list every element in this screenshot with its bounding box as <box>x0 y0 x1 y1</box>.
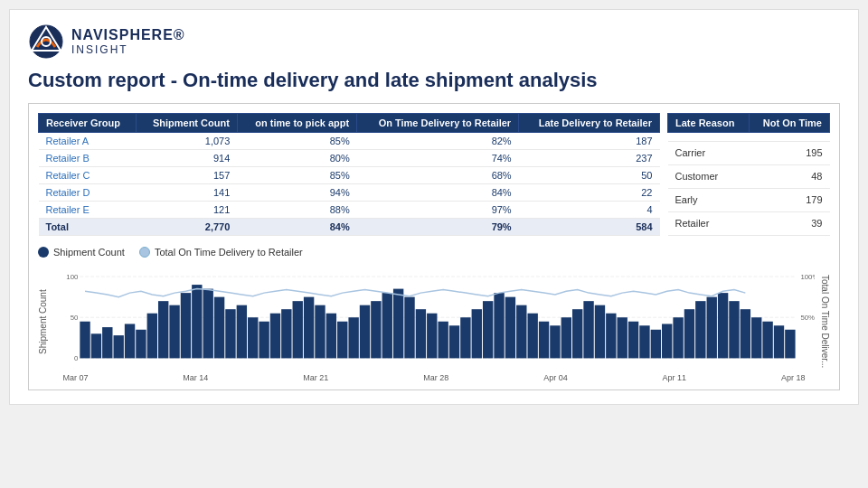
svg-rect-23 <box>226 309 236 358</box>
legend-item-otd: Total On Time Delivery to Retailer <box>139 247 303 258</box>
svg-rect-61 <box>651 330 661 359</box>
svg-rect-37 <box>382 293 392 358</box>
shipment-count: 141 <box>137 184 238 202</box>
svg-rect-11 <box>91 333 101 358</box>
svg-rect-66 <box>707 297 717 359</box>
table-row: Retailer C 157 85% 68% 50 <box>39 167 660 184</box>
table-row: Retailer D 141 94% 84% 22 <box>39 184 660 202</box>
retailer-name[interactable]: Retailer E <box>39 202 137 219</box>
svg-rect-25 <box>248 317 258 358</box>
shipment-count: 1,073 <box>137 133 238 150</box>
pick-appt: 85% <box>237 167 356 184</box>
total-otd: 79% <box>357 219 519 236</box>
col-header-shipcount: Shipment Count <box>137 114 238 133</box>
svg-rect-60 <box>640 325 650 358</box>
pick-appt: 85% <box>237 133 356 150</box>
chart-x-labels: Mar 07Mar 14Mar 21Mar 28Apr 04Apr 11Apr … <box>53 373 814 382</box>
legend-label-shipment: Shipment Count <box>53 247 125 258</box>
svg-rect-42 <box>439 322 448 359</box>
side-table-row: Customer 48 <box>668 164 830 188</box>
svg-rect-31 <box>316 305 326 359</box>
chart-x-label: Mar 14 <box>183 373 208 382</box>
svg-rect-47 <box>495 293 505 358</box>
svg-rect-67 <box>718 293 728 358</box>
page: NAVISPHERE® INSIGHT Custom report - On-t… <box>9 9 859 405</box>
svg-rect-16 <box>147 314 157 359</box>
svg-rect-17 <box>158 301 168 358</box>
svg-rect-41 <box>428 314 438 359</box>
total-count: 2,770 <box>137 219 238 236</box>
svg-rect-30 <box>304 297 314 359</box>
not-on-time-count <box>749 133 829 142</box>
svg-rect-38 <box>393 289 403 359</box>
svg-rect-69 <box>741 309 750 358</box>
svg-rect-35 <box>360 305 370 359</box>
not-on-time-count: 39 <box>749 211 829 235</box>
navisphere-logo-icon <box>28 23 64 60</box>
navisphere-label: NAVISPHERE® <box>71 27 185 43</box>
chart-y-label-right: Total On Time Deliver... <box>818 263 830 380</box>
side-table-row: Retailer 39 <box>668 211 830 235</box>
svg-rect-22 <box>214 297 224 359</box>
report-title: Custom report - On-time delivery and lat… <box>28 69 840 92</box>
late-reason: Early <box>668 188 750 211</box>
total-row: Total 2,770 84% 79% 584 <box>39 219 660 236</box>
chart-x-label: Mar 28 <box>423 373 448 382</box>
pick-appt: 80% <box>237 150 356 167</box>
svg-rect-26 <box>259 322 269 359</box>
svg-rect-51 <box>539 322 549 359</box>
svg-rect-71 <box>763 322 773 359</box>
main-table: Receiver Group Shipment Count on time to… <box>38 113 660 236</box>
content-box: Receiver Group Shipment Count on time to… <box>28 103 840 390</box>
late-count: 22 <box>519 184 660 202</box>
svg-text:100: 100 <box>67 273 80 281</box>
svg-rect-34 <box>349 317 359 358</box>
chart-area: 100 50 0 100% 50% <box>53 267 814 371</box>
svg-point-0 <box>30 25 62 58</box>
svg-rect-10 <box>80 322 90 359</box>
retailer-name[interactable]: Retailer A <box>39 133 137 150</box>
logo-text: NAVISPHERE® INSIGHT <box>71 27 185 56</box>
svg-rect-49 <box>517 305 527 359</box>
svg-rect-73 <box>786 330 796 359</box>
total-label: Total <box>39 219 137 236</box>
svg-rect-64 <box>684 309 694 358</box>
svg-rect-24 <box>237 305 247 359</box>
svg-rect-44 <box>461 317 471 358</box>
late-reason: Retailer <box>668 211 750 235</box>
table-row: Retailer A 1,073 85% 82% 187 <box>39 133 660 150</box>
side-table: Late Reason Not On Time Carrier 195 Cust… <box>667 113 830 236</box>
late-count: 50 <box>519 167 660 184</box>
svg-rect-12 <box>103 327 113 358</box>
chart-x-label: Apr 04 <box>543 373 568 382</box>
col-header-receiver: Receiver Group <box>39 114 137 133</box>
svg-rect-32 <box>326 314 336 359</box>
side-col-not-on-time: Not On Time <box>749 114 829 133</box>
svg-text:50%: 50% <box>801 314 815 322</box>
svg-rect-27 <box>270 314 280 359</box>
retailer-name[interactable]: Retailer B <box>39 150 137 167</box>
not-on-time-count: 195 <box>749 141 829 164</box>
svg-rect-46 <box>483 301 493 358</box>
svg-rect-54 <box>572 309 582 358</box>
svg-rect-20 <box>193 285 203 358</box>
side-table-row: Carrier 195 <box>668 141 830 164</box>
late-count: 187 <box>519 133 660 150</box>
chart-x-label: Mar 07 <box>62 373 88 382</box>
tables-row: Receiver Group Shipment Count on time to… <box>38 113 830 236</box>
svg-rect-19 <box>181 293 191 358</box>
svg-rect-43 <box>449 325 459 358</box>
svg-rect-57 <box>607 314 617 359</box>
retailer-name[interactable]: Retailer C <box>39 167 137 184</box>
late-reason: Carrier <box>668 141 750 164</box>
legend-dot-otd <box>139 247 150 258</box>
side-col-reason: Late Reason <box>668 114 750 133</box>
svg-rect-40 <box>416 309 426 358</box>
table-row: Retailer B 914 80% 74% 237 <box>39 150 660 167</box>
otd-pct: 74% <box>357 150 519 167</box>
retailer-name[interactable]: Retailer D <box>39 184 137 202</box>
total-late: 584 <box>519 219 660 236</box>
not-on-time-count: 48 <box>749 164 829 188</box>
svg-rect-56 <box>595 305 605 359</box>
pick-appt: 88% <box>237 202 356 219</box>
